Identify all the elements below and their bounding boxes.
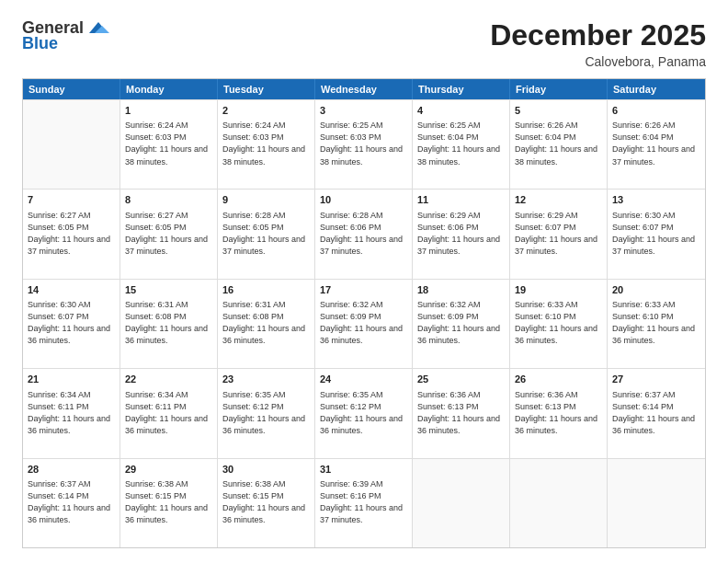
day-number: 18 bbox=[417, 283, 505, 297]
header: General Blue December 2025 Calovebora, P… bbox=[22, 18, 706, 69]
calendar-row: 14Sunrise: 6:30 AMSunset: 6:07 PMDayligh… bbox=[23, 279, 705, 368]
weekday-header: Wednesday bbox=[315, 79, 413, 99]
calendar-cell: 6Sunrise: 6:26 AMSunset: 6:04 PMDaylight… bbox=[608, 100, 705, 189]
calendar-cell: 22Sunrise: 6:34 AMSunset: 6:11 PMDayligh… bbox=[120, 369, 218, 457]
cell-info: Sunrise: 6:28 AMSunset: 6:05 PMDaylight:… bbox=[222, 210, 310, 258]
day-number: 24 bbox=[320, 373, 407, 386]
cell-info: Sunrise: 6:28 AMSunset: 6:06 PMDaylight:… bbox=[320, 210, 407, 258]
cell-info: Sunrise: 6:32 AMSunset: 6:09 PMDaylight:… bbox=[417, 299, 505, 347]
cell-info: Sunrise: 6:26 AMSunset: 6:04 PMDaylight:… bbox=[515, 120, 602, 167]
calendar-cell: 23Sunrise: 6:35 AMSunset: 6:12 PMDayligh… bbox=[218, 369, 315, 457]
day-number: 5 bbox=[515, 104, 602, 118]
cell-info: Sunrise: 6:36 AMSunset: 6:13 PMDaylight:… bbox=[417, 389, 505, 437]
cell-info: Sunrise: 6:34 AMSunset: 6:11 PMDaylight:… bbox=[125, 389, 212, 437]
cell-info: Sunrise: 6:31 AMSunset: 6:08 PMDaylight:… bbox=[222, 299, 310, 347]
calendar-cell: 13Sunrise: 6:30 AMSunset: 6:07 PMDayligh… bbox=[608, 190, 705, 278]
cell-info: Sunrise: 6:35 AMSunset: 6:12 PMDaylight:… bbox=[320, 389, 407, 437]
day-number: 16 bbox=[222, 283, 310, 297]
weekday-header: Saturday bbox=[608, 79, 705, 99]
calendar-cell: 26Sunrise: 6:36 AMSunset: 6:13 PMDayligh… bbox=[510, 369, 608, 457]
cell-info: Sunrise: 6:38 AMSunset: 6:15 PMDaylight:… bbox=[222, 478, 310, 526]
calendar-cell: 5Sunrise: 6:26 AMSunset: 6:04 PMDaylight… bbox=[510, 100, 608, 189]
day-number: 19 bbox=[515, 283, 602, 297]
cell-info: Sunrise: 6:24 AMSunset: 6:03 PMDaylight:… bbox=[222, 120, 310, 167]
cell-info: Sunrise: 6:31 AMSunset: 6:08 PMDaylight:… bbox=[125, 299, 212, 347]
calendar-cell: 29Sunrise: 6:38 AMSunset: 6:15 PMDayligh… bbox=[120, 459, 218, 547]
calendar-body: 1Sunrise: 6:24 AMSunset: 6:03 PMDaylight… bbox=[23, 99, 705, 547]
day-number: 9 bbox=[222, 193, 310, 207]
logo: General Blue bbox=[22, 18, 111, 53]
calendar-cell: 16Sunrise: 6:31 AMSunset: 6:08 PMDayligh… bbox=[218, 280, 315, 368]
day-number: 6 bbox=[612, 104, 700, 118]
month-title: December 2025 bbox=[490, 18, 706, 52]
cell-info: Sunrise: 6:37 AMSunset: 6:14 PMDaylight:… bbox=[612, 389, 700, 437]
calendar: SundayMondayTuesdayWednesdayThursdayFrid… bbox=[22, 78, 706, 548]
calendar-cell: 17Sunrise: 6:32 AMSunset: 6:09 PMDayligh… bbox=[315, 280, 413, 368]
cell-info: Sunrise: 6:29 AMSunset: 6:06 PMDaylight:… bbox=[417, 210, 505, 258]
day-number: 3 bbox=[320, 104, 407, 118]
cell-info: Sunrise: 6:37 AMSunset: 6:14 PMDaylight:… bbox=[28, 478, 115, 526]
day-number: 10 bbox=[320, 193, 407, 207]
day-number: 21 bbox=[28, 373, 115, 386]
day-number: 13 bbox=[612, 193, 700, 207]
day-number: 22 bbox=[125, 373, 212, 386]
page: General Blue December 2025 Calovebora, P… bbox=[0, 0, 728, 563]
weekday-header: Tuesday bbox=[218, 79, 315, 99]
day-number: 20 bbox=[612, 283, 700, 297]
calendar-cell: 25Sunrise: 6:36 AMSunset: 6:13 PMDayligh… bbox=[413, 369, 510, 457]
calendar-cell bbox=[510, 459, 608, 547]
day-number: 27 bbox=[612, 373, 700, 386]
cell-info: Sunrise: 6:25 AMSunset: 6:03 PMDaylight:… bbox=[320, 120, 407, 167]
calendar-cell: 21Sunrise: 6:34 AMSunset: 6:11 PMDayligh… bbox=[23, 369, 120, 457]
day-number: 25 bbox=[417, 373, 505, 386]
calendar-row: 7Sunrise: 6:27 AMSunset: 6:05 PMDaylight… bbox=[23, 189, 705, 278]
calendar-cell: 2Sunrise: 6:24 AMSunset: 6:03 PMDaylight… bbox=[218, 100, 315, 189]
cell-info: Sunrise: 6:34 AMSunset: 6:11 PMDaylight:… bbox=[28, 389, 115, 437]
day-number: 14 bbox=[28, 283, 115, 297]
calendar-row: 21Sunrise: 6:34 AMSunset: 6:11 PMDayligh… bbox=[23, 368, 705, 457]
calendar-cell: 14Sunrise: 6:30 AMSunset: 6:07 PMDayligh… bbox=[23, 280, 120, 368]
logo-blue-text: Blue bbox=[22, 34, 58, 53]
day-number: 31 bbox=[320, 463, 407, 477]
title-block: December 2025 Calovebora, Panama bbox=[490, 18, 706, 69]
location: Calovebora, Panama bbox=[490, 54, 706, 69]
cell-info: Sunrise: 6:27 AMSunset: 6:05 PMDaylight:… bbox=[28, 210, 115, 258]
cell-info: Sunrise: 6:26 AMSunset: 6:04 PMDaylight:… bbox=[612, 120, 700, 167]
calendar-cell: 20Sunrise: 6:33 AMSunset: 6:10 PMDayligh… bbox=[608, 280, 705, 368]
cell-info: Sunrise: 6:35 AMSunset: 6:12 PMDaylight:… bbox=[222, 389, 310, 437]
day-number: 26 bbox=[515, 373, 602, 386]
calendar-cell bbox=[23, 100, 120, 189]
logo-icon bbox=[85, 20, 111, 37]
cell-info: Sunrise: 6:33 AMSunset: 6:10 PMDaylight:… bbox=[612, 299, 700, 347]
weekday-header: Monday bbox=[120, 79, 218, 99]
calendar-cell: 11Sunrise: 6:29 AMSunset: 6:06 PMDayligh… bbox=[413, 190, 510, 278]
weekday-header: Thursday bbox=[413, 79, 510, 99]
day-number: 1 bbox=[125, 104, 212, 118]
calendar-row: 1Sunrise: 6:24 AMSunset: 6:03 PMDaylight… bbox=[23, 99, 705, 189]
cell-info: Sunrise: 6:29 AMSunset: 6:07 PMDaylight:… bbox=[515, 210, 602, 258]
day-number: 29 bbox=[125, 463, 212, 477]
cell-info: Sunrise: 6:27 AMSunset: 6:05 PMDaylight:… bbox=[125, 210, 212, 258]
calendar-cell: 9Sunrise: 6:28 AMSunset: 6:05 PMDaylight… bbox=[218, 190, 315, 278]
day-number: 12 bbox=[515, 193, 602, 207]
day-number: 2 bbox=[222, 104, 310, 118]
day-number: 30 bbox=[222, 463, 310, 477]
cell-info: Sunrise: 6:30 AMSunset: 6:07 PMDaylight:… bbox=[28, 299, 115, 347]
day-number: 15 bbox=[125, 283, 212, 297]
cell-info: Sunrise: 6:32 AMSunset: 6:09 PMDaylight:… bbox=[320, 299, 407, 347]
calendar-cell: 31Sunrise: 6:39 AMSunset: 6:16 PMDayligh… bbox=[315, 459, 413, 547]
day-number: 23 bbox=[222, 373, 310, 386]
calendar-cell: 7Sunrise: 6:27 AMSunset: 6:05 PMDaylight… bbox=[23, 190, 120, 278]
calendar-cell: 24Sunrise: 6:35 AMSunset: 6:12 PMDayligh… bbox=[315, 369, 413, 457]
calendar-cell: 27Sunrise: 6:37 AMSunset: 6:14 PMDayligh… bbox=[608, 369, 705, 457]
calendar-cell: 15Sunrise: 6:31 AMSunset: 6:08 PMDayligh… bbox=[120, 280, 218, 368]
calendar-cell: 4Sunrise: 6:25 AMSunset: 6:04 PMDaylight… bbox=[413, 100, 510, 189]
calendar-cell: 3Sunrise: 6:25 AMSunset: 6:03 PMDaylight… bbox=[315, 100, 413, 189]
calendar-cell: 8Sunrise: 6:27 AMSunset: 6:05 PMDaylight… bbox=[120, 190, 218, 278]
day-number: 17 bbox=[320, 283, 407, 297]
cell-info: Sunrise: 6:30 AMSunset: 6:07 PMDaylight:… bbox=[612, 210, 700, 258]
day-number: 8 bbox=[125, 193, 212, 207]
cell-info: Sunrise: 6:39 AMSunset: 6:16 PMDaylight:… bbox=[320, 478, 407, 526]
calendar-cell: 28Sunrise: 6:37 AMSunset: 6:14 PMDayligh… bbox=[23, 459, 120, 547]
day-number: 4 bbox=[417, 104, 505, 118]
